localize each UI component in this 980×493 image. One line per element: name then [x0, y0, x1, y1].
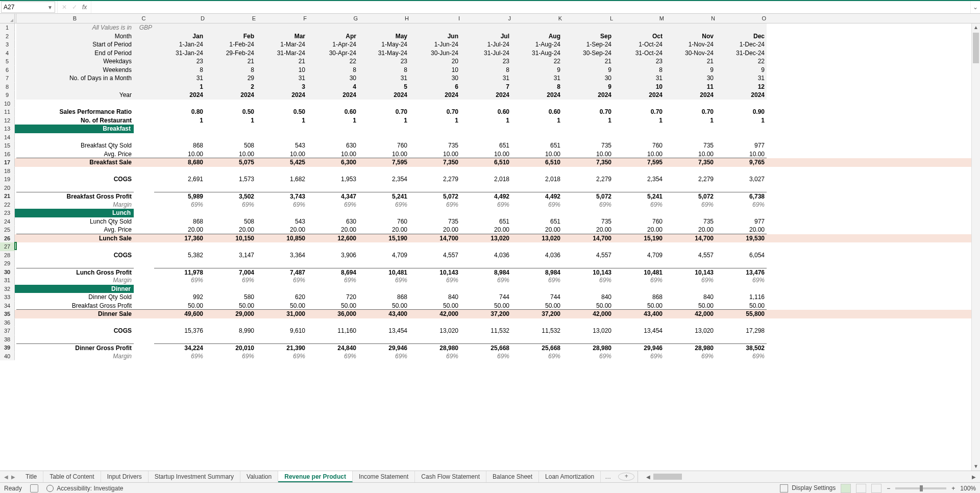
cell[interactable]: 760 [358, 217, 409, 226]
cell[interactable]: 3,743 [256, 192, 307, 201]
cell[interactable] [205, 242, 256, 251]
cell[interactable]: 50.00 [511, 302, 562, 310]
cell[interactable]: 4,709 [614, 251, 665, 260]
cell[interactable]: 744 [460, 293, 511, 302]
cell[interactable]: 69% [716, 276, 767, 285]
cell[interactable]: 651 [511, 141, 562, 150]
cell[interactable] [256, 23, 307, 32]
cell[interactable] [614, 125, 665, 133]
cell[interactable]: 38,502 [716, 343, 767, 352]
cell[interactable]: 4,347 [307, 192, 358, 201]
cell[interactable]: 8,680 [154, 158, 205, 167]
cell[interactable]: 2024 [460, 91, 511, 100]
cell[interactable]: 50.00 [716, 302, 767, 310]
cell[interactable]: 10.00 [358, 150, 409, 159]
cell[interactable]: 30-Sep-24 [562, 49, 614, 58]
cell[interactable]: 651 [460, 141, 511, 150]
cell[interactable] [614, 242, 665, 251]
cell[interactable] [358, 285, 409, 293]
cell[interactable]: 10.00 [511, 150, 562, 159]
cell[interactable]: 15,376 [154, 327, 205, 335]
row-header-9[interactable]: 9 [0, 91, 15, 100]
cell[interactable]: 11 [665, 83, 716, 91]
cell[interactable] [716, 125, 767, 133]
cell[interactable] [256, 209, 307, 217]
cell[interactable]: 13,020 [511, 234, 562, 243]
cell[interactable]: 8,984 [460, 268, 511, 277]
cell[interactable] [154, 285, 205, 293]
row-label[interactable]: COGS [16, 327, 134, 335]
cell[interactable]: 20.00 [358, 226, 409, 234]
cell[interactable] [307, 242, 358, 251]
cell[interactable]: 9 [562, 66, 614, 75]
cell[interactable]: Jun [409, 32, 460, 41]
cell[interactable]: 28,980 [409, 343, 460, 352]
cell[interactable] [614, 285, 665, 293]
cell[interactable]: 42,000 [562, 310, 614, 318]
cell[interactable]: GBP [134, 23, 154, 32]
row-header-13[interactable]: 13 [0, 125, 15, 133]
cell[interactable]: 10.00 [562, 150, 614, 159]
cell[interactable]: 69% [614, 276, 665, 285]
cell[interactable] [665, 242, 716, 251]
vertical-scrollbar[interactable]: ▲ ▼ [971, 23, 980, 471]
cell[interactable]: 69% [307, 201, 358, 209]
cell[interactable]: 13,020 [665, 327, 716, 335]
cell[interactable]: 30-Nov-24 [665, 49, 716, 58]
cell[interactable] [134, 226, 154, 234]
cell[interactable]: 651 [511, 217, 562, 226]
row-header-2[interactable]: 2 [0, 32, 15, 41]
cell[interactable]: 0.70 [665, 108, 716, 116]
cell[interactable]: 69% [256, 352, 307, 361]
new-sheet-button[interactable]: + [618, 473, 634, 481]
cell[interactable]: 10.00 [307, 150, 358, 159]
cell[interactable]: 2 [205, 83, 256, 91]
cell[interactable]: 2,354 [614, 175, 665, 184]
cell[interactable]: 868 [358, 293, 409, 302]
cell[interactable]: 10 [256, 66, 307, 75]
cell[interactable]: 1-Sep-24 [562, 40, 614, 49]
cell[interactable]: 760 [614, 141, 665, 150]
row-label[interactable]: Lunch Gross Profit [16, 268, 134, 277]
cell[interactable]: 31-Jan-24 [154, 49, 205, 58]
row-header-22[interactable]: 22 [0, 201, 15, 209]
cell[interactable]: 69% [460, 276, 511, 285]
cell[interactable]: 2,354 [358, 175, 409, 184]
cell[interactable] [134, 335, 154, 344]
cell[interactable]: 0.70 [562, 108, 614, 116]
cell[interactable] [134, 150, 154, 159]
row-header-40[interactable]: 40 [0, 352, 15, 361]
cell[interactable]: 840 [409, 293, 460, 302]
cell[interactable] [256, 285, 307, 293]
cell[interactable] [205, 125, 256, 133]
cell[interactable]: 8,990 [205, 327, 256, 335]
cell[interactable]: 50.00 [562, 302, 614, 310]
cell[interactable] [511, 23, 562, 32]
cell[interactable]: 1,682 [256, 175, 307, 184]
row-label[interactable]: Lunch Sale [16, 234, 134, 243]
cell[interactable]: 4,557 [562, 251, 614, 260]
cell[interactable]: 50.00 [256, 302, 307, 310]
cell[interactable]: 31 [460, 74, 511, 83]
cell[interactable]: 69% [614, 352, 665, 361]
cell[interactable]: 69% [511, 201, 562, 209]
cell[interactable]: 0.50 [256, 108, 307, 116]
row-header-20[interactable]: 20 [0, 184, 15, 192]
cell[interactable] [562, 242, 614, 251]
cell[interactable]: 9 [665, 66, 716, 75]
cell[interactable]: 9 [716, 66, 767, 75]
cell[interactable]: 43,400 [358, 310, 409, 318]
cell[interactable]: 1-Jul-24 [460, 40, 511, 49]
cell[interactable]: 37,200 [511, 310, 562, 318]
cell[interactable]: 868 [154, 217, 205, 226]
cell[interactable] [307, 209, 358, 217]
cell[interactable] [358, 242, 409, 251]
cell[interactable]: 992 [154, 293, 205, 302]
row-header-27[interactable]: 27 [0, 242, 15, 251]
row-label[interactable]: Weekends [16, 66, 134, 75]
cell[interactable]: 10.00 [205, 150, 256, 159]
cell[interactable] [134, 327, 154, 335]
row-header-37[interactable]: 37 [0, 327, 15, 335]
cell[interactable] [16, 242, 134, 251]
cell[interactable]: 69% [358, 352, 409, 361]
